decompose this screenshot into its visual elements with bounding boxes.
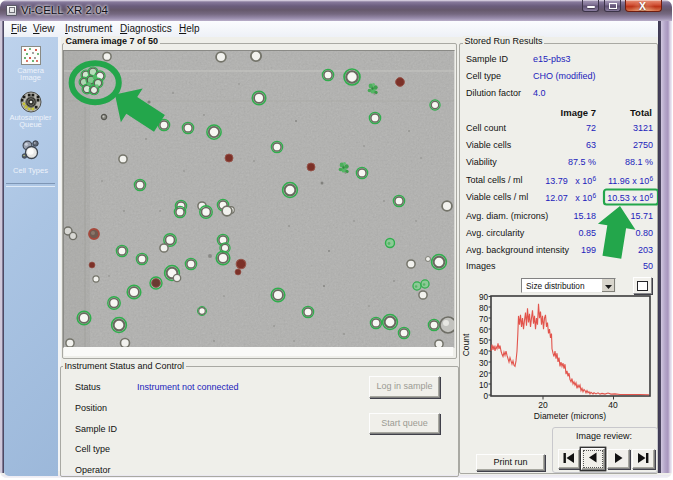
svg-text:30: 30: [479, 359, 489, 368]
svg-text:Count: Count: [461, 333, 471, 356]
svg-text:80: 80: [479, 304, 489, 313]
svg-text:60: 60: [479, 326, 489, 335]
svg-text:40: 40: [608, 400, 618, 410]
svg-text:20: 20: [538, 400, 548, 410]
svg-text:90: 90: [479, 293, 489, 302]
svg-text:Diameter (microns): Diameter (microns): [534, 411, 606, 421]
svg-text:40: 40: [479, 348, 489, 357]
svg-text:50: 50: [479, 337, 489, 346]
svg-text:0: 0: [483, 392, 488, 401]
svg-text:20: 20: [479, 370, 489, 379]
svg-text:70: 70: [479, 315, 489, 324]
svg-text:10: 10: [479, 381, 489, 390]
